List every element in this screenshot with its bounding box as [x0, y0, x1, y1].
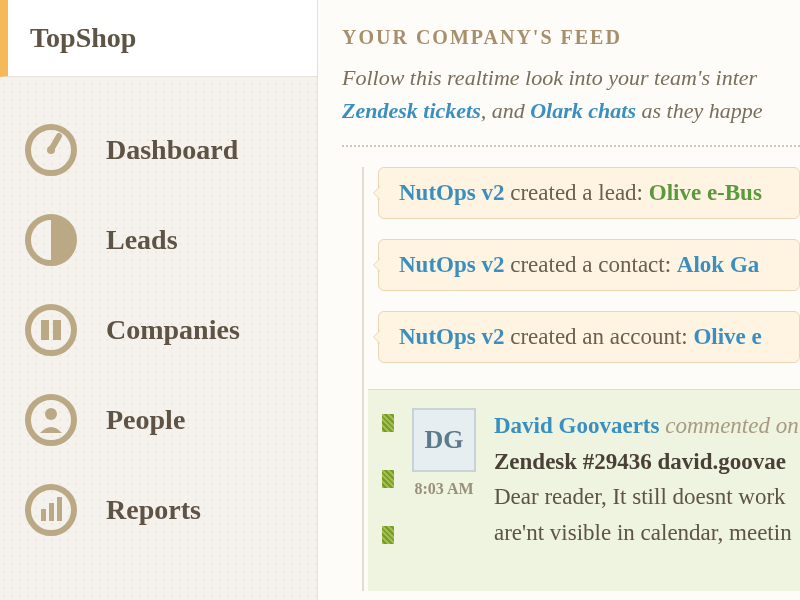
comment-line: are'nt visible in calendar, meetin: [494, 520, 792, 545]
svg-rect-5: [53, 320, 61, 340]
nav-item-reports[interactable]: Reports: [24, 465, 317, 555]
comment-author[interactable]: David Goovaerts: [494, 413, 659, 438]
sidebar: TopShop Dashboard Leads Companies Peopl: [0, 0, 318, 600]
olark-link[interactable]: Olark chats: [530, 98, 636, 123]
svg-point-3: [28, 307, 74, 353]
nav-label: Dashboard: [106, 134, 238, 166]
event-actor: NutOps v2: [399, 324, 504, 349]
svg-point-7: [45, 408, 57, 420]
bars-icon: [24, 483, 78, 537]
event-action: created a lead:: [504, 180, 648, 205]
feed-event[interactable]: NutOps v2 created a contact: Alok Ga: [378, 239, 800, 291]
stamp-icon: [382, 470, 394, 488]
comment-ticket[interactable]: Zendesk #29436 david.goovae: [494, 449, 786, 474]
svg-rect-9: [41, 509, 46, 521]
svg-point-1: [47, 146, 55, 154]
feed-title: YOUR COMPANY'S FEED: [342, 26, 800, 49]
feed-sub-tail: as they happe: [636, 98, 762, 123]
nav-label: Companies: [106, 314, 240, 346]
building-icon: [24, 303, 78, 357]
divider: [342, 145, 800, 147]
feed-event[interactable]: NutOps v2 created an account: Olive e: [378, 311, 800, 363]
nav-label: People: [106, 404, 185, 436]
feed-sub-lead: Follow this realtime look into your team…: [342, 65, 757, 90]
comment-meta: commented on: [659, 413, 798, 438]
feed-sub-mid: , and: [481, 98, 531, 123]
event-action: created a contact:: [504, 252, 676, 277]
nav-label: Reports: [106, 494, 201, 526]
event-object: Olive e: [693, 324, 761, 349]
main-content: YOUR COMPANY'S FEED Follow this realtime…: [318, 0, 800, 600]
event-actor: NutOps v2: [399, 180, 504, 205]
event-action: created an account:: [504, 324, 693, 349]
svg-rect-10: [49, 503, 54, 521]
nav-list: Dashboard Leads Companies People Reports: [0, 105, 317, 555]
brand-container: TopShop: [0, 0, 317, 77]
nav-item-dashboard[interactable]: Dashboard: [24, 105, 317, 195]
gauge-icon: [24, 123, 78, 177]
comment-line: Dear reader, It still doesnt work: [494, 484, 786, 509]
avatar-column: DG 8:03 AM: [412, 408, 476, 551]
comment-time: 8:03 AM: [414, 480, 473, 498]
person-icon: [24, 393, 78, 447]
comment-card[interactable]: DG 8:03 AM David Goovaerts commented on …: [368, 389, 800, 591]
svg-rect-11: [57, 497, 62, 521]
feed-subtitle: Follow this realtime look into your team…: [342, 61, 800, 127]
nav-item-leads[interactable]: Leads: [24, 195, 317, 285]
brand-title[interactable]: TopShop: [30, 22, 317, 54]
event-actor: NutOps v2: [399, 252, 504, 277]
timeline: NutOps v2 created a lead: Olive e-Bus Nu…: [342, 167, 800, 591]
feed-event[interactable]: NutOps v2 created a lead: Olive e-Bus: [378, 167, 800, 219]
comment-body: David Goovaerts commented on Zendesk #29…: [494, 408, 799, 551]
avatar: DG: [412, 408, 476, 472]
stamp-icon: [382, 414, 394, 432]
nav-item-companies[interactable]: Companies: [24, 285, 317, 375]
nav-label: Leads: [106, 224, 178, 256]
event-object: Olive e-Bus: [649, 180, 762, 205]
svg-rect-4: [41, 320, 49, 340]
zendesk-link[interactable]: Zendesk tickets: [342, 98, 481, 123]
event-object: Alok Ga: [677, 252, 759, 277]
edge-stamps: [382, 408, 394, 551]
pie-icon: [24, 213, 78, 267]
stamp-icon: [382, 526, 394, 544]
nav-item-people[interactable]: People: [24, 375, 317, 465]
